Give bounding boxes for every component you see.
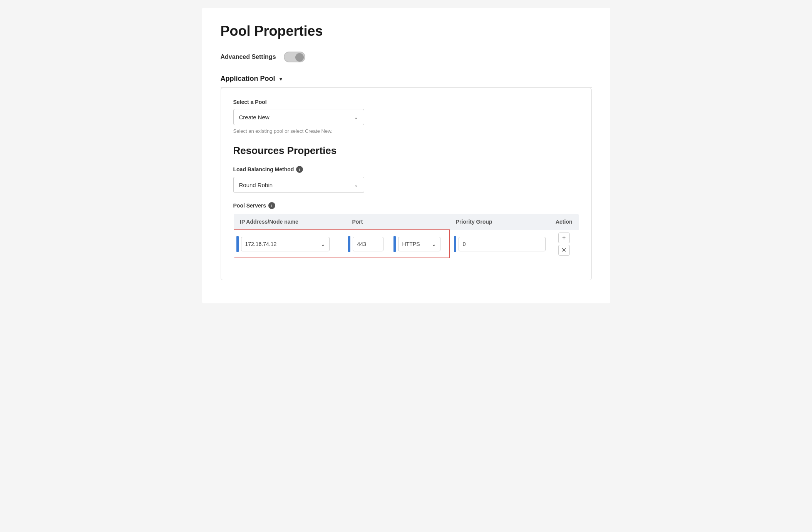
remove-row-button[interactable]: ✕ bbox=[558, 245, 570, 256]
advanced-settings-toggle[interactable] bbox=[284, 52, 305, 62]
load-balancing-dropdown[interactable]: Round Robin ⌄ bbox=[233, 177, 364, 193]
ip-blue-bar bbox=[236, 236, 239, 252]
add-row-button[interactable]: + bbox=[558, 233, 570, 243]
application-pool-card: Select a Pool Create New ⌄ Select an exi… bbox=[221, 88, 592, 280]
priority-cell bbox=[450, 230, 549, 258]
ip-chevron-icon: ⌄ bbox=[321, 241, 325, 247]
pool-servers-group: Pool Servers i IP Address/Node name Port… bbox=[233, 202, 579, 258]
application-pool-label: Application Pool bbox=[221, 75, 275, 83]
col-header-action: Action bbox=[549, 214, 579, 230]
select-pool-hint: Select an existing pool or select Create… bbox=[233, 128, 579, 134]
load-balancing-group: Load Balancing Method i Round Robin ⌄ bbox=[233, 166, 579, 193]
page-title: Pool Properties bbox=[221, 23, 592, 39]
action-buttons: + ✕ bbox=[554, 233, 574, 256]
advanced-settings-label: Advanced Settings bbox=[221, 54, 276, 60]
protocol-cell-inner: HTTPS ⌄ bbox=[393, 236, 447, 252]
select-pool-chevron-icon: ⌄ bbox=[354, 114, 358, 120]
action-cell: + ✕ bbox=[549, 230, 579, 258]
ip-cell: 172.16.74.12 ⌄ bbox=[234, 230, 346, 258]
port-input[interactable] bbox=[353, 237, 383, 251]
protocol-value: HTTPS bbox=[402, 241, 420, 247]
protocol-cell: HTTPS ⌄ bbox=[391, 230, 450, 258]
protocol-chevron-icon: ⌄ bbox=[432, 241, 436, 247]
port-blue-bar bbox=[348, 236, 350, 252]
ip-select-dropdown[interactable]: 172.16.74.12 ⌄ bbox=[241, 237, 330, 251]
select-pool-value: Create New bbox=[239, 114, 270, 120]
protocol-select-dropdown[interactable]: HTTPS ⌄ bbox=[398, 237, 440, 251]
select-pool-dropdown[interactable]: Create New ⌄ bbox=[233, 109, 364, 125]
load-balancing-chevron-icon: ⌄ bbox=[354, 182, 358, 188]
port-cell bbox=[346, 230, 391, 258]
priority-cell-inner bbox=[454, 236, 546, 252]
priority-blue-bar bbox=[454, 236, 456, 252]
load-balancing-value: Round Robin bbox=[239, 182, 273, 188]
toggle-knob bbox=[295, 53, 304, 62]
pool-servers-info-icon[interactable]: i bbox=[268, 202, 275, 209]
load-balancing-label: Load Balancing Method i bbox=[233, 166, 579, 173]
col-header-port: Port bbox=[346, 214, 391, 230]
table-row: 172.16.74.12 ⌄ bbox=[234, 230, 579, 258]
application-pool-chevron: ▼ bbox=[278, 76, 284, 82]
ip-cell-inner: 172.16.74.12 ⌄ bbox=[236, 236, 342, 252]
pool-servers-table: IP Address/Node name Port Priority Group… bbox=[233, 214, 579, 258]
ip-value: 172.16.74.12 bbox=[245, 241, 277, 247]
application-pool-section-header[interactable]: Application Pool ▼ bbox=[221, 75, 592, 88]
pool-servers-label: Pool Servers i bbox=[233, 202, 579, 209]
table-header-row: IP Address/Node name Port Priority Group… bbox=[234, 214, 579, 230]
page-container: Pool Properties Advanced Settings Applic… bbox=[202, 8, 610, 303]
priority-input[interactable] bbox=[459, 237, 546, 251]
col-header-ip: IP Address/Node name bbox=[234, 214, 346, 230]
port-cell-inner bbox=[348, 236, 388, 252]
resources-properties-title: Resources Properties bbox=[233, 145, 579, 157]
load-balancing-info-icon[interactable]: i bbox=[296, 166, 303, 173]
protocol-blue-bar bbox=[393, 236, 396, 252]
advanced-settings-row: Advanced Settings bbox=[221, 52, 592, 62]
col-header-priority: Priority Group bbox=[450, 214, 549, 230]
select-pool-group: Select a Pool Create New ⌄ Select an exi… bbox=[233, 99, 579, 134]
col-header-protocol bbox=[391, 214, 450, 230]
select-pool-label: Select a Pool bbox=[233, 99, 579, 105]
